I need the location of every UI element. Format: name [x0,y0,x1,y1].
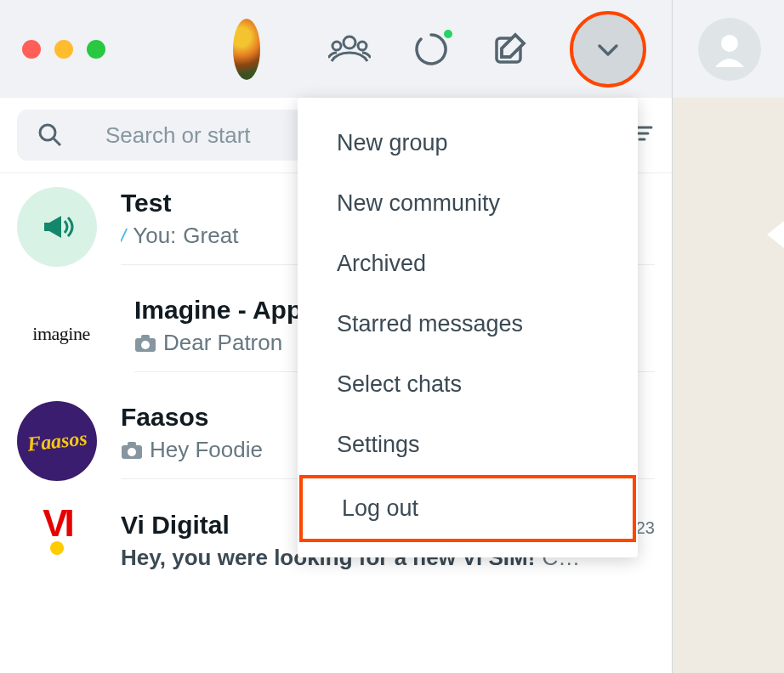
menu-item-select-chats[interactable]: Select chats [298,354,638,415]
menu-item-starred[interactable]: Starred messages [298,294,638,354]
contact-avatar-placeholder[interactable] [698,18,761,81]
chat-panel [672,0,784,673]
svg-point-2 [358,42,366,50]
chat-sidebar: Test // You: Great imagine Imagine - App [0,0,672,673]
person-icon [708,28,751,71]
sidebar-header [0,0,672,98]
megaphone-icon [36,206,78,248]
menu-dropdown: New group New community Archived Starred… [298,98,638,557]
svg-point-9 [128,448,136,456]
svg-rect-10 [128,442,136,446]
chat-avatar: Faasos [17,401,97,481]
communities-icon[interactable] [328,32,371,66]
menu-button[interactable] [570,11,646,88]
profile-avatar[interactable] [233,19,260,80]
svg-point-4 [40,125,55,140]
minimize-window-button[interactable] [54,40,73,59]
menu-item-new-group[interactable]: New group [298,113,638,173]
chat-title: Vi Digital [121,511,230,540]
panel-notch [767,221,784,248]
svg-point-6 [141,341,150,349]
camera-icon [121,441,143,460]
new-chat-icon[interactable] [491,31,527,67]
chat-title: Test [121,189,171,218]
search-icon [37,122,63,148]
chat-title: Imagine - App [134,296,302,325]
svg-point-11 [721,35,738,52]
svg-point-1 [332,42,341,50]
maximize-window-button[interactable] [87,40,105,59]
window-controls [22,40,105,59]
status-indicator-dot [444,30,452,38]
chat-avatar: imagine [17,294,111,374]
menu-item-logout[interactable]: Log out [299,475,636,542]
menu-item-new-community[interactable]: New community [298,173,638,234]
chat-panel-header [673,0,784,98]
svg-point-0 [344,37,355,48]
menu-item-settings[interactable]: Settings [298,415,638,475]
chat-avatar: VI [17,508,97,588]
status-icon[interactable] [413,31,449,67]
menu-item-archived[interactable]: Archived [298,234,638,294]
chat-title: Faasos [121,403,208,432]
chat-avatar [17,187,97,267]
svg-rect-7 [141,335,150,339]
camera-icon [134,334,156,353]
close-window-button[interactable] [22,40,41,59]
